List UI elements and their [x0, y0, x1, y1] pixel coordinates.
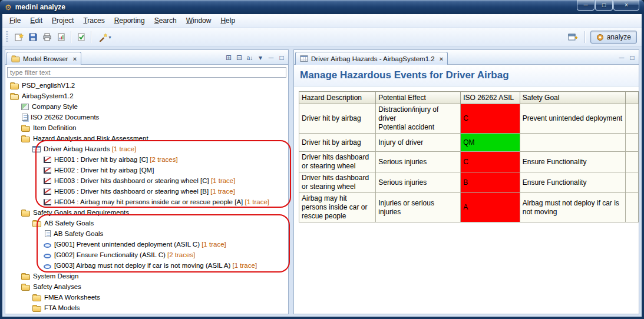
- app-content: FileEditProjectTracesReportingSearchWind…: [2, 14, 642, 317]
- tree-item[interactable]: Safety Analyses: [5, 281, 288, 292]
- cell-effect[interactable]: Serious injuries: [376, 172, 461, 193]
- tree-item-label: HE002 : Driver hit by airbag [QM]: [54, 167, 154, 174]
- tab-editor[interactable]: Driver Airbag Hazards - AirbagSystem1.2 …: [295, 52, 448, 65]
- tree-item[interactable]: [G001] Prevent unintended deployment (AS…: [5, 239, 288, 250]
- column-header-3[interactable]: Safety Goal: [520, 92, 626, 104]
- tree-item-label: HE001 : Driver hit by airbag [C]: [54, 156, 148, 163]
- hazardous-event-icon: [44, 167, 51, 174]
- cell-asil[interactable]: C: [461, 104, 520, 134]
- cell-effect[interactable]: Injury of driver: [376, 134, 461, 152]
- tree-item[interactable]: FTA Models: [5, 303, 288, 313]
- tree-item[interactable]: AirbagSystem1.2: [5, 91, 288, 101]
- safety-goal-icon: [44, 254, 51, 258]
- toolbar-drag-handle: [6, 31, 8, 43]
- cell-asil[interactable]: A: [461, 193, 520, 222]
- analyze-perspective-button[interactable]: analyze: [590, 31, 637, 44]
- tree-item[interactable]: Item Definition: [5, 122, 288, 133]
- tree-item[interactable]: HE004 : Airbag may hit persons inside ca…: [5, 197, 288, 207]
- view-menu-button[interactable]: ▾: [255, 52, 266, 63]
- editor-tabbar: Driver Airbag Hazards - AirbagSystem1.2 …: [294, 50, 639, 65]
- tree-item[interactable]: FMEA Worksheets: [5, 292, 288, 303]
- cell-hazard[interactable]: Driver hits dashboard or stearing wheel: [299, 172, 376, 193]
- column-header-1[interactable]: Potential Effect: [376, 92, 461, 104]
- tree-item-label: Item Definition: [33, 124, 77, 131]
- cell-hazard[interactable]: Driver hit by airbag: [299, 104, 376, 134]
- model-browser-tabbar: Model Browser × ⊞ ⊟ a↓ ▾ ─ □: [5, 50, 288, 65]
- menu-traces[interactable]: Traces: [78, 15, 109, 26]
- cell-hazard[interactable]: Driver hit by airbag: [299, 134, 376, 152]
- menu-search[interactable]: Search: [150, 15, 181, 26]
- new-wizard-button[interactable]: [12, 30, 26, 44]
- minimize-view-button[interactable]: ─: [266, 52, 276, 63]
- tree-item[interactable]: Company Style: [5, 101, 288, 112]
- close-tab-icon[interactable]: ×: [73, 55, 77, 62]
- menu-reporting[interactable]: Reporting: [110, 15, 150, 26]
- tree-item[interactable]: [G002] Ensure Functionality (ASIL C) [2 …: [5, 250, 288, 260]
- folder-icon: [21, 285, 30, 291]
- menu-help[interactable]: Help: [216, 15, 240, 26]
- cell-asil[interactable]: QM: [461, 134, 520, 152]
- close-tab-icon[interactable]: ×: [440, 55, 443, 62]
- tree-item[interactable]: Hazard Analysis and Risk Assessment: [5, 133, 288, 144]
- collapse-all-button[interactable]: ⊟: [234, 52, 245, 63]
- tree-item[interactable]: AB Safety Goals: [5, 218, 288, 228]
- tree-item[interactable]: Driver Airbag Hazards [1 trace]: [5, 144, 288, 154]
- export-report-button[interactable]: [54, 30, 68, 44]
- column-header-2[interactable]: ISO 26262 ASIL: [461, 92, 520, 104]
- menu-project[interactable]: Project: [47, 15, 78, 26]
- analyze-perspective-label: analyze: [607, 33, 631, 41]
- tab-model-browser[interactable]: Model Browser ×: [6, 52, 81, 65]
- tree-item[interactable]: System Design: [5, 271, 288, 281]
- tree-item[interactable]: HE003 : Driver hits dashboard or stearin…: [5, 175, 288, 186]
- column-header-0[interactable]: Hazard Description: [299, 92, 376, 104]
- hazard-table-icon: [300, 55, 308, 61]
- maximize-editor-button[interactable]: □: [627, 52, 638, 63]
- minimize-editor-button[interactable]: ─: [616, 52, 627, 63]
- cell-goal[interactable]: Ensure Functionality: [520, 152, 626, 172]
- cell-goal[interactable]: [520, 134, 626, 152]
- cell-effect[interactable]: Injuries or serious injuries: [376, 193, 461, 222]
- menu-window[interactable]: Window: [181, 15, 216, 26]
- hazard-row: Driver hit by airbagDistraction/injury o…: [299, 104, 639, 134]
- menu-edit[interactable]: Edit: [25, 15, 47, 26]
- menu-file[interactable]: File: [5, 15, 25, 26]
- tree-item-label: System Design: [33, 273, 78, 280]
- documents-icon: [22, 114, 28, 121]
- hazard-table-icon: [32, 146, 41, 152]
- open-perspective-button[interactable]: [566, 30, 580, 44]
- tree-item-label: FTA Models: [44, 304, 80, 311]
- maximize-button[interactable]: □: [595, 0, 613, 11]
- tree-item[interactable]: Safety Goals and Requirements: [5, 207, 288, 218]
- tree-item[interactable]: HE001 : Driver hit by airbag [C] [2 trac…: [5, 154, 288, 165]
- cell-asil[interactable]: B: [461, 172, 520, 193]
- tree-item[interactable]: PSD_englishV1.2: [5, 80, 288, 91]
- sort-button[interactable]: a↓: [245, 52, 255, 63]
- save-button[interactable]: [26, 30, 40, 44]
- check-consistency-button[interactable]: [74, 30, 88, 44]
- cell-goal[interactable]: Prevent unintended deployment: [520, 104, 626, 134]
- cell-effect[interactable]: Distraction/injury of driver Potential a…: [376, 104, 461, 134]
- cell-goal[interactable]: Airbag must not deploy if car is not mov…: [520, 193, 626, 222]
- tools-dropdown-button[interactable]: ▾: [94, 30, 115, 44]
- maximize-view-button[interactable]: □: [276, 52, 287, 63]
- close-button[interactable]: ×: [613, 0, 639, 11]
- minimize-button[interactable]: ─: [577, 0, 595, 11]
- cell-asil[interactable]: C: [461, 152, 520, 172]
- cell-hazard[interactable]: Driver hits dashboard or stearing wheel: [299, 152, 376, 172]
- filter-input[interactable]: [7, 67, 286, 78]
- print-button[interactable]: [40, 30, 54, 44]
- cell-goal[interactable]: Ensure Functionality: [520, 172, 626, 193]
- safety-goal-icon: [44, 243, 51, 248]
- tree-item-label: ISO 26262 Documents: [31, 114, 99, 121]
- tree-item[interactable]: [G003] Airbag must not deploy if car is …: [5, 260, 288, 271]
- open-perspective-icon: [568, 32, 577, 42]
- tree-item[interactable]: ISO 26262 Documents: [5, 112, 288, 122]
- cell-effect[interactable]: Serious injuries: [376, 152, 461, 172]
- tree-item[interactable]: AB Safety Goals: [5, 228, 288, 239]
- tree-item-label: AB Safety Goals: [54, 230, 103, 237]
- tree-item[interactable]: HE005 : Driver hits dashboard or stearin…: [5, 186, 288, 197]
- tree-item[interactable]: HE002 : Driver hit by airbag [QM]: [5, 165, 288, 175]
- app-logo-icon: ⚙: [5, 4, 12, 11]
- cell-hazard[interactable]: Airbag may hit persons inside car or res…: [299, 193, 376, 222]
- expand-all-button[interactable]: ⊞: [223, 52, 234, 63]
